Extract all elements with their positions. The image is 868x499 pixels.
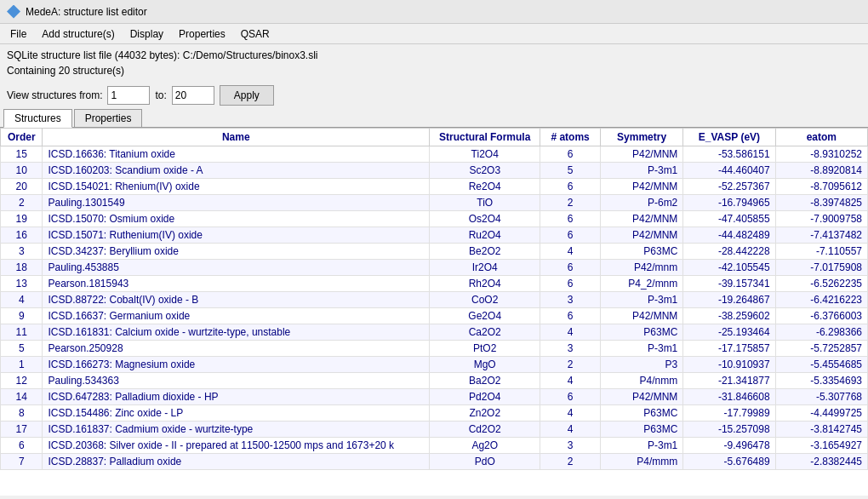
view-to-input[interactable] xyxy=(172,86,214,105)
table-cell: ICSD.15070: Osmium oxide xyxy=(43,211,430,227)
table-cell: 4 xyxy=(540,405,600,422)
table-cell: 6 xyxy=(540,211,600,227)
app-icon xyxy=(7,5,20,19)
table-row[interactable]: 12Pauling.534363Ba2O24P4/nmm-21.341877-5… xyxy=(1,373,868,389)
menu-add-structure[interactable]: Add structure(s) xyxy=(35,26,121,42)
col-header-eatom[interactable]: eatom xyxy=(775,129,867,146)
table-row[interactable]: 14ICSD.647283: Palladium dioxide - HPPd2… xyxy=(1,389,868,405)
table-body: 15ICSD.16636: Titanium oxideTi2O46P42/MN… xyxy=(1,146,868,470)
table-cell: -52.257367 xyxy=(683,179,775,195)
table-cell: Pearson.250928 xyxy=(43,341,430,357)
table-row[interactable]: 16ICSD.15071: Ruthenium(IV) oxideRu2O46P… xyxy=(1,227,868,244)
table-cell: 6 xyxy=(540,308,600,324)
table-cell: 7 xyxy=(1,454,43,470)
table-cell: -44.482489 xyxy=(683,227,775,244)
table-cell: -3.8142745 xyxy=(775,422,867,438)
table-row[interactable]: 8ICSD.154486: Zinc oxide - LPZn2O24P63MC… xyxy=(1,405,868,422)
table-cell: ICSD.28837: Palladium oxide xyxy=(43,454,430,470)
table-cell: 17 xyxy=(1,422,43,438)
table-cell: -38.259602 xyxy=(683,308,775,324)
table-cell: 6 xyxy=(1,438,43,454)
menu-qsar[interactable]: QSAR xyxy=(234,26,277,42)
col-header-formula[interactable]: Structural Formula xyxy=(430,129,540,146)
table-cell: P4/mmm xyxy=(600,454,682,470)
table-cell: 4 xyxy=(540,324,600,341)
table-row[interactable]: 6ICSD.20368: Silver oxide - II - prepare… xyxy=(1,438,868,454)
view-from-input[interactable] xyxy=(107,86,150,105)
table-cell: ICSD.161831: Calcium oxide - wurtzite-ty… xyxy=(43,324,430,341)
table-cell: 8 xyxy=(1,405,43,422)
table-row[interactable]: 19ICSD.15070: Osmium oxideOs2O46P42/MNM-… xyxy=(1,211,868,227)
table-cell: Pauling.1301549 xyxy=(43,195,430,211)
table-cell: 6 xyxy=(540,389,600,405)
table-cell: -7.4137482 xyxy=(775,227,867,244)
tab-structures[interactable]: Structures xyxy=(3,109,72,128)
app-title: MedeA: structure list editor xyxy=(26,6,147,18)
table-cell: P-3m1 xyxy=(600,292,682,308)
col-header-name[interactable]: Name xyxy=(43,129,430,146)
table-cell: 13 xyxy=(1,276,43,292)
table-row[interactable]: 4ICSD.88722: Cobalt(IV) oxide - BCoO23P-… xyxy=(1,292,868,308)
col-header-evasp[interactable]: E_VASP (eV) xyxy=(683,129,775,146)
table-cell: ICSD.34237: Beryllium oxide xyxy=(43,244,430,260)
info-line2: Containing 20 structure(s) xyxy=(7,63,861,78)
table-row[interactable]: 10ICSD.160203: Scandium oxide - ASc2O35P… xyxy=(1,163,868,179)
table-cell: 19 xyxy=(1,211,43,227)
table-cell: Os2O4 xyxy=(430,211,540,227)
table-row[interactable]: 7ICSD.28837: Palladium oxidePdO2P4/mmm-5… xyxy=(1,454,868,470)
table-cell: P42/MNM xyxy=(600,211,682,227)
menu-display[interactable]: Display xyxy=(123,26,170,42)
table-cell: 2 xyxy=(540,195,600,211)
table-row[interactable]: 11ICSD.161831: Calcium oxide - wurtzite-… xyxy=(1,324,868,341)
table-row[interactable]: 13Pearson.1815943Rh2O46P4_2/mnm-39.15734… xyxy=(1,276,868,292)
table-container[interactable]: Order Name Structural Formula # atoms Sy… xyxy=(0,128,868,496)
table-cell: Sc2O3 xyxy=(430,163,540,179)
menu-properties[interactable]: Properties xyxy=(172,26,232,42)
table-cell: -5.7252857 xyxy=(775,341,867,357)
table-header-row: Order Name Structural Formula # atoms Sy… xyxy=(1,129,868,146)
tab-properties[interactable]: Properties xyxy=(74,109,143,127)
table-row[interactable]: 17ICSD.161837: Cadmium oxide - wurtzite-… xyxy=(1,422,868,438)
table-cell: -8.9310252 xyxy=(775,146,867,163)
table-row[interactable]: 20ICSD.154021: Rhenium(IV) oxideRe2O46P4… xyxy=(1,179,868,195)
col-header-atoms[interactable]: # atoms xyxy=(540,129,600,146)
table-row[interactable]: 18Pauling.453885Ir2O46P42/mnm-42.105545-… xyxy=(1,260,868,276)
table-row[interactable]: 5Pearson.250928PtO23P-3m1-17.175857-5.72… xyxy=(1,341,868,357)
col-header-symmetry[interactable]: Symmetry xyxy=(600,129,682,146)
table-cell: 2 xyxy=(540,357,600,373)
table-cell: -7.0175908 xyxy=(775,260,867,276)
table-cell: 3 xyxy=(540,341,600,357)
table-cell: P63MC xyxy=(600,422,682,438)
table-row[interactable]: 9ICSD.16637: Germanium oxideGe2O46P42/MN… xyxy=(1,308,868,324)
table-cell: -25.193464 xyxy=(683,324,775,341)
table-cell: 1 xyxy=(1,357,43,373)
table-cell: -4.4499725 xyxy=(775,405,867,422)
table-cell: P4/nmm xyxy=(600,373,682,389)
table-cell: P42/MNM xyxy=(600,146,682,163)
table-cell: 4 xyxy=(540,244,600,260)
apply-button[interactable]: Apply xyxy=(220,85,274,106)
table-cell: 6 xyxy=(540,276,600,292)
col-header-order[interactable]: Order xyxy=(1,129,43,146)
table-cell: 14 xyxy=(1,389,43,405)
table-cell: -17.79989 xyxy=(683,405,775,422)
table-row[interactable]: 15ICSD.16636: Titanium oxideTi2O46P42/MN… xyxy=(1,146,868,163)
table-cell: -3.1654927 xyxy=(775,438,867,454)
table-cell: ICSD.15071: Ruthenium(IV) oxide xyxy=(43,227,430,244)
table-cell: -8.8920814 xyxy=(775,163,867,179)
table-cell: -17.175857 xyxy=(683,341,775,357)
table-cell: P-3m1 xyxy=(600,341,682,357)
table-row[interactable]: 1ICSD.166273: Magnesium oxideMgO2P3-10.9… xyxy=(1,357,868,373)
table-cell: Pauling.453885 xyxy=(43,260,430,276)
table-cell: -10.910937 xyxy=(683,357,775,373)
table-cell: 11 xyxy=(1,324,43,341)
table-cell: 4 xyxy=(540,373,600,389)
table-cell: -28.442228 xyxy=(683,244,775,260)
table-row[interactable]: 2Pauling.1301549TiO2P-6m2-16.794965-8.39… xyxy=(1,195,868,211)
table-cell: ICSD.88722: Cobalt(IV) oxide - B xyxy=(43,292,430,308)
table-cell: -7.9009758 xyxy=(775,211,867,227)
table-cell: -2.8382445 xyxy=(775,454,867,470)
table-row[interactable]: 3ICSD.34237: Beryllium oxideBe2O24P63MC-… xyxy=(1,244,868,260)
menu-file[interactable]: File xyxy=(3,26,33,42)
table-cell: 6 xyxy=(540,179,600,195)
